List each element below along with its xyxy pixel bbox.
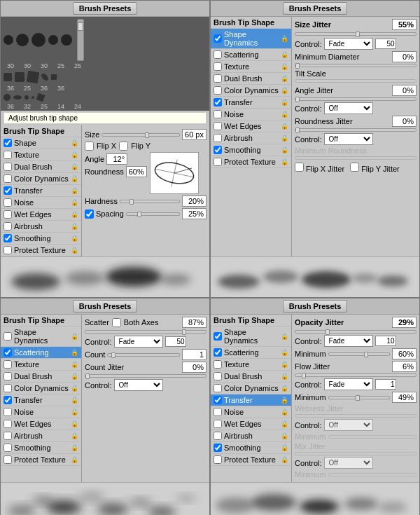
noise-checkbox-q2[interactable] bbox=[214, 110, 222, 118]
airbrush-checkbox[interactable] bbox=[4, 222, 12, 231]
count-value[interactable]: 1 bbox=[182, 349, 206, 360]
scatter-checkbox-q3[interactable] bbox=[4, 348, 12, 357]
sidebar-item-scattering-q2[interactable]: Scattering 🔒 bbox=[211, 49, 291, 61]
sidebar-item-texture-q2[interactable]: Texture 🔒 bbox=[211, 61, 291, 73]
wetness-slider[interactable] bbox=[295, 414, 416, 418]
protect-checkbox-q4[interactable] bbox=[214, 455, 222, 464]
sidebar-item-smooth-q3[interactable]: Smoothing 🔒 bbox=[1, 442, 81, 454]
md-thumb[interactable] bbox=[295, 63, 300, 69]
sidebar-item-color-q4[interactable]: Color Dynamics 🔒 bbox=[211, 383, 291, 394]
color-dynamics-checkbox[interactable] bbox=[4, 174, 12, 183]
sidebar-item-wet-q3[interactable]: Wet Edges 🔒 bbox=[1, 418, 81, 430]
flow-control-num[interactable] bbox=[375, 379, 396, 390]
dual-checkbox-q3[interactable] bbox=[4, 372, 12, 380]
flip-x-jitter-checkbox[interactable] bbox=[295, 163, 304, 172]
protect-checkbox-q3[interactable] bbox=[4, 455, 12, 464]
shape-checkbox[interactable] bbox=[4, 139, 12, 147]
transfer-checkbox-q4[interactable] bbox=[214, 396, 222, 404]
scatter-control-select[interactable]: Fade bbox=[114, 336, 163, 348]
sidebar-item-airbrush[interactable]: Airbrush 🔒 bbox=[1, 221, 81, 233]
min1-slider[interactable] bbox=[328, 352, 390, 356]
sidebar-item-shape-q4[interactable]: Shape Dynamics 🔒 bbox=[211, 327, 291, 347]
brush-square[interactable] bbox=[4, 73, 12, 81]
scatter-value[interactable]: 87% bbox=[182, 317, 206, 328]
hardness-value[interactable]: 20% bbox=[182, 195, 206, 207]
min2-thumb[interactable] bbox=[356, 395, 360, 401]
scatter-thumb[interactable] bbox=[182, 329, 186, 335]
texture-checkbox-q3[interactable] bbox=[4, 360, 12, 369]
sidebar-item-texture-q4[interactable]: Texture 🔒 bbox=[211, 359, 291, 371]
sidebar-item-color-q2[interactable]: Color Dynamics 🔒 bbox=[211, 85, 291, 97]
spacing-slider[interactable] bbox=[126, 212, 180, 216]
sidebar-item-air-q4[interactable]: Airbrush 🔒 bbox=[211, 430, 291, 442]
sj-thumb[interactable] bbox=[356, 32, 360, 37]
sidebar-item-air-q2[interactable]: Airbrush 🔒 bbox=[211, 132, 291, 144]
smooth-checkbox-q3[interactable] bbox=[4, 444, 12, 452]
opacity-jitter-slider[interactable] bbox=[295, 330, 416, 334]
brush-angled[interactable] bbox=[36, 93, 46, 102]
air-checkbox-q3[interactable] bbox=[4, 432, 12, 440]
flow-jitter-value[interactable]: 6% bbox=[392, 361, 416, 372]
smoothing-checkbox[interactable] bbox=[4, 234, 12, 242]
sidebar-item-brush-tip-q4[interactable]: Brush Tip Shape bbox=[211, 315, 291, 327]
hardness-slider[interactable] bbox=[120, 200, 180, 203]
brush-dot[interactable] bbox=[4, 35, 13, 45]
sidebar-item-shape-dynamics-q2[interactable]: Shape Dynamics 🔒 bbox=[211, 29, 291, 49]
angle-jitter-value[interactable]: 0% bbox=[392, 85, 416, 96]
color-checkbox-q3[interactable] bbox=[4, 384, 12, 392]
mix-slider[interactable] bbox=[295, 452, 416, 455]
air-checkbox-q2[interactable] bbox=[214, 134, 222, 142]
spacing-checkbox[interactable] bbox=[85, 210, 94, 219]
sidebar-item-dual-q4[interactable]: Dual Brush 🔒 bbox=[211, 371, 291, 383]
control-num-input[interactable]: 50 bbox=[375, 39, 396, 49]
brush-dot[interactable] bbox=[48, 35, 58, 45]
sidebar-item-dual-brush[interactable]: Dual Brush 🔒 bbox=[1, 161, 81, 173]
sidebar-item-wet-q2[interactable]: Wet Edges 🔒 bbox=[211, 121, 291, 132]
brush-dot[interactable] bbox=[31, 33, 46, 47]
sidebar-item-protect-q2[interactable]: Protect Texture 🔒 bbox=[211, 156, 291, 168]
tilt-scale-slider[interactable] bbox=[295, 79, 416, 83]
brush-dot-sm[interactable] bbox=[4, 94, 10, 101]
sidebar-item-transfer-q4[interactable]: Transfer 🔒 bbox=[211, 394, 291, 406]
control3-select[interactable]: Off bbox=[324, 133, 373, 145]
noise-checkbox[interactable] bbox=[4, 198, 12, 207]
brush-sq2[interactable] bbox=[51, 74, 57, 80]
oj-thumb[interactable] bbox=[326, 329, 330, 335]
sidebar-item-noise-q4[interactable]: Noise 🔒 bbox=[211, 406, 291, 418]
dual-checkbox-q4[interactable] bbox=[214, 372, 222, 380]
rj-slider[interactable] bbox=[295, 128, 416, 132]
protect-checkbox-q2[interactable] bbox=[214, 158, 222, 166]
shape-checkbox-q3[interactable] bbox=[4, 332, 12, 341]
sidebar-item-air-q3[interactable]: Airbrush 🔒 bbox=[1, 430, 81, 442]
opacity-jitter-value[interactable]: 29% bbox=[392, 317, 416, 328]
protect-texture-checkbox[interactable] bbox=[4, 246, 12, 254]
sidebar-item-transfer-q3[interactable]: Transfer 🔒 bbox=[1, 394, 81, 406]
dual-brush-checkbox[interactable] bbox=[4, 163, 12, 171]
brush-dot-xs[interactable] bbox=[24, 95, 29, 99]
sidebar-item-shape-q3[interactable]: Shape Dynamics 🔒 bbox=[1, 327, 81, 347]
sidebar-item-wet-q4[interactable]: Wet Edges 🔒 bbox=[211, 418, 291, 430]
noise-checkbox-q4[interactable] bbox=[214, 408, 222, 416]
brush-presets-btn-q2[interactable]: Brush Presets bbox=[283, 2, 348, 15]
sidebar-item-noise-q3[interactable]: Noise 🔒 bbox=[1, 406, 81, 418]
min-diameter-slider[interactable] bbox=[295, 64, 416, 67]
size-jitter-slider[interactable] bbox=[295, 32, 416, 36]
opacity-control-num[interactable] bbox=[375, 336, 396, 346]
angle-value[interactable]: 12° bbox=[106, 153, 127, 165]
control-select[interactable]: Fade bbox=[324, 38, 373, 50]
sidebar-item-brush-tip-q2[interactable]: Brush Tip Shape bbox=[211, 17, 291, 29]
flip-y-jitter-checkbox[interactable] bbox=[350, 163, 359, 172]
brush-square[interactable] bbox=[15, 72, 24, 82]
sidebar-item-protect-q3[interactable]: Protect Texture 🔒 bbox=[1, 454, 81, 466]
texture-checkbox-q4[interactable] bbox=[214, 360, 222, 369]
min2-slider[interactable] bbox=[328, 396, 390, 399]
count-slider[interactable] bbox=[107, 353, 180, 357]
flow-thumb[interactable] bbox=[302, 373, 306, 378]
sidebar-item-noise-q2[interactable]: Noise 🔒 bbox=[211, 109, 291, 121]
wet-checkbox-q2[interactable] bbox=[214, 122, 222, 130]
sidebar-item-transfer[interactable]: Transfer 🔒 bbox=[1, 185, 81, 197]
smooth-checkbox-q2[interactable] bbox=[214, 146, 222, 154]
sidebar-item-dual-q3[interactable]: Dual Brush 🔒 bbox=[1, 371, 81, 383]
scatter-control2-select[interactable]: Off bbox=[114, 379, 163, 391]
brush-dot-xxs[interactable] bbox=[31, 96, 34, 99]
